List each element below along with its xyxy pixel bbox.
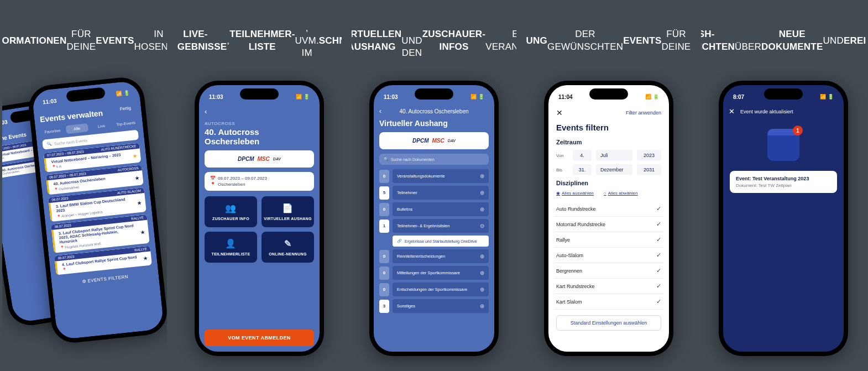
check-icon: ✓ (656, 221, 661, 228)
doc-category-row[interactable]: 0Veranstaltungsdokumente⊕ (379, 169, 489, 183)
page-title: Events filtern (556, 123, 661, 132)
doc-count: 0 (379, 283, 389, 296)
doc-count: 3 (379, 300, 389, 313)
doc-count: 5 (379, 186, 389, 200)
from-month[interactable]: Juli (596, 150, 632, 161)
select-all-button[interactable]: ◉ Alles auswählen (556, 191, 594, 196)
calendar-badge: 1 (767, 129, 799, 161)
document-icon: 📄 (282, 203, 293, 213)
pin-icon: 📍 (210, 182, 216, 187)
phone-4: 11:04 📶🔋 ✕ Filter anwenden Events filter… (544, 81, 673, 356)
check-icon: ✓ (656, 283, 661, 290)
to-day[interactable]: 31. (573, 164, 592, 175)
close-button[interactable]: ✕ (729, 107, 735, 116)
doc-category-row[interactable]: 0Entscheidungen der Sportkommissare⊕ (379, 283, 489, 296)
tile-virtueller-aushang[interactable]: 📄VIRTUELLER AUSHANG (262, 196, 314, 227)
section-disciplines: Disziplinen (556, 180, 661, 186)
apply-filter-button[interactable]: Filter anwenden (626, 110, 661, 116)
status-time: 11:03 (42, 97, 57, 105)
screenshot-panel-3: ZUGRIFF AUF DENVIRTUELLEN AUSHANGUND DEN… (352, 0, 516, 371)
discipline-row[interactable]: Auto-Slalom ✓ (554, 248, 663, 263)
doc-category-row[interactable]: 5Teilnehmer⊕ (379, 186, 489, 200)
check-icon: ✓ (656, 205, 661, 212)
expand-icon: ⊕ (480, 190, 484, 196)
tile-zuschauer-info[interactable]: 👥ZUSCHAUER INFO (205, 196, 257, 227)
doc-search-input[interactable]: 🔍 Suche nach Dokumenten (379, 154, 489, 165)
logo-card: DPCM MSC DAV (205, 150, 314, 168)
status-icons: 📶🔋 (470, 94, 484, 100)
star-icon[interactable]: ★ (137, 200, 142, 206)
doc-category-row[interactable]: 0Rennleiterentscheidungen⊕ (379, 249, 489, 263)
headline-2: ONLINE-NENNUNG,LIVE-ERGEBNISSE,TEILNEHME… (177, 15, 342, 66)
tile-teilnehmerliste[interactable]: 👤TEILNEHMERLISTE (205, 232, 257, 263)
expand-icon: ⊕ (480, 173, 484, 179)
event-list: 07.07.2023 – 09.07.2023 AUTO RUNDSTRECKE… (44, 143, 152, 275)
tab-item[interactable]: Alle (65, 123, 88, 134)
edit-icon: ✎ (284, 238, 291, 249)
doc-count: 0 (379, 203, 389, 216)
tab-item[interactable]: Top-Events (114, 118, 138, 129)
deselect-all-button[interactable]: ○ Alles abwählen (604, 191, 638, 196)
status-icons: 📶🔋 (296, 94, 310, 100)
page-header: 40. Autocross Oschersleben (399, 108, 468, 114)
list-icon: 👤 (225, 238, 236, 249)
badge-count: 1 (793, 126, 803, 135)
doc-subitem[interactable]: 🔗 Ergebnisse und Startaufstellung OneDri… (393, 236, 489, 247)
check-icon: ✓ (656, 267, 661, 274)
headline-5: PUSH-NACHRICHTENÜBER NEUE DOKUMENTE UNDE… (701, 15, 866, 66)
doc-list: 0Veranstaltungsdokumente⊕5Teilnehmer⊕0Bu… (379, 169, 489, 313)
screenshot-panel-1: ALLE INFORMATIONEN FÜRDEINE EVENTS IN DE… (2, 0, 167, 371)
back-button[interactable]: ‹ (379, 107, 381, 115)
date-from-row: Von 4. Juli 2023 (556, 150, 661, 161)
to-month[interactable]: Dezember (596, 164, 632, 175)
screenshot-panel-5: PUSH-NACHRICHTENÜBER NEUE DOKUMENTE UNDE… (701, 0, 866, 371)
status-icons: 📶🔋 (820, 94, 834, 100)
discipline-row[interactable]: Bergrennen ✓ (554, 263, 663, 279)
status-icons: 📶🔋 (645, 94, 659, 100)
discipline-row[interactable]: Auto Rundstrecke ✓ (554, 201, 663, 217)
doc-category-row[interactable]: 0Mitteilungen der Sportkommissare⊕ (379, 266, 489, 280)
event-category: AUTOCROSS (205, 121, 314, 126)
headline-3: ZUGRIFF AUF DENVIRTUELLEN AUSHANGUND DEN… (352, 15, 516, 66)
status-time: 11:03 (384, 94, 398, 100)
doc-category-row[interactable]: 0Bulletins⊕ (379, 202, 489, 216)
doc-count: 0 (379, 170, 389, 183)
calendar-icon: 📅 (210, 176, 216, 181)
collapse-icon: ⊖ (480, 223, 484, 229)
tile-online-nennung[interactable]: ✎ONLINE-NENNUNG (262, 232, 314, 263)
status-icons: 📶🔋 (116, 90, 130, 97)
tab-item[interactable]: Favoriten (41, 126, 64, 137)
from-year[interactable]: 2023 (637, 150, 661, 161)
expand-icon: ⊕ (480, 303, 484, 309)
headline-4: VERWALTUNG DER GEWÜNSCHTENEVENTS FÜR DEI… (526, 15, 691, 66)
tab-item[interactable]: Live (90, 121, 113, 131)
phone-stack: 11:03 📶🔋 Meine Events 07.07.2023 – 09.07… (9, 81, 160, 346)
status-time: 8:07 (733, 94, 744, 100)
doc-category-row[interactable]: 3Sonstiges⊕ (379, 299, 489, 313)
headline-1: ALLE INFORMATIONEN FÜRDEINE EVENTS IN DE… (2, 15, 167, 66)
phone-2: 11:03 📶🔋 ‹ AUTOCROSS 40. Autocross Osche… (195, 81, 324, 356)
notification-card[interactable]: Event: Test Veranstaltung 2023 Dokument:… (730, 171, 837, 193)
star-icon[interactable]: ★ (143, 255, 148, 262)
star-icon[interactable]: ★ (134, 175, 140, 181)
to-year[interactable]: 2031 (637, 164, 661, 175)
discipline-row[interactable]: Kart Slalom ✓ (554, 294, 663, 310)
close-button[interactable]: ✕ (556, 108, 563, 117)
back-button[interactable]: ‹ (205, 107, 314, 116)
star-icon[interactable]: ★ (140, 228, 145, 235)
star-icon[interactable]: ★ (132, 153, 138, 159)
page-title: Virtueller Aushang (379, 119, 489, 128)
link-icon: 🔗 (397, 239, 402, 243)
standard-settings-button[interactable]: Standard Einstellungen auswählen (556, 315, 661, 331)
doc-category-row[interactable]: 1Teilnehmer- & Ergebnislisten⊖ (379, 219, 489, 233)
status-time: 11:03 (2, 118, 8, 127)
date-to-row: Bis 31. Dezember 2031 (556, 164, 661, 175)
doc-count: 0 (379, 250, 389, 263)
discipline-row[interactable]: Rallye ✓ (554, 232, 663, 248)
discipline-row[interactable]: Motorrad Rundstrecke ✓ (554, 217, 663, 232)
discipline-row[interactable]: Kart Rundstrecke ✓ (554, 279, 663, 294)
from-day[interactable]: 4. (573, 150, 592, 161)
phone-3: 11:03 📶🔋 ‹ 40. Autocross Oschersleben Vi… (369, 81, 499, 356)
expand-icon: ⊕ (480, 253, 484, 259)
unregister-button[interactable]: VOM EVENT ABMELDEN (205, 330, 314, 346)
